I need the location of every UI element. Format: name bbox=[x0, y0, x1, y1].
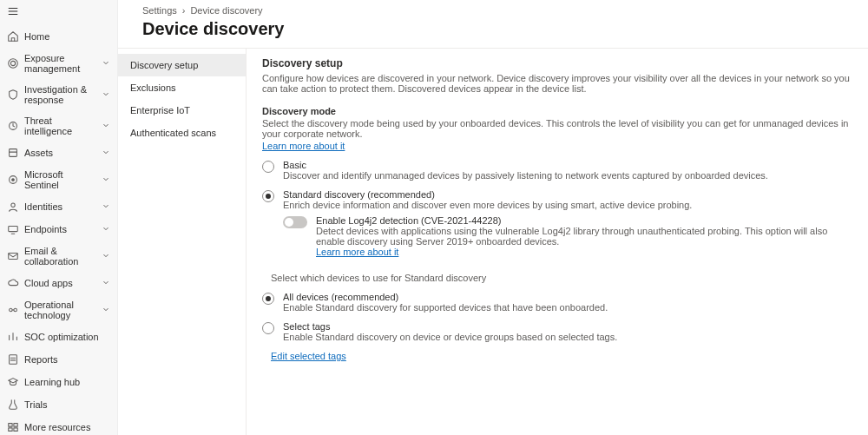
learning-icon bbox=[7, 376, 19, 388]
more-icon bbox=[7, 421, 19, 433]
chevron-down-icon bbox=[102, 174, 110, 186]
svg-rect-6 bbox=[10, 149, 17, 157]
sidebar-item-more-resources[interactable]: More resources bbox=[0, 416, 117, 435]
radio-icon bbox=[262, 293, 274, 305]
sidebar-item-email-collaboration[interactable]: Email & collaboration bbox=[0, 241, 117, 272]
sidebar-item-label: SOC optimization bbox=[24, 332, 110, 342]
radio-icon bbox=[262, 190, 274, 202]
radio-all-devices[interactable]: All devices (recommended) Enable Standar… bbox=[262, 292, 852, 313]
sidebar-item-threat-intelligence[interactable]: Threat intelligence bbox=[0, 110, 117, 142]
chevron-down-icon bbox=[102, 201, 110, 213]
radio-icon bbox=[262, 161, 274, 173]
sidebar-item-identities[interactable]: Identities bbox=[0, 195, 117, 218]
chevron-down-icon bbox=[102, 250, 110, 262]
localnav-authenticated-scans[interactable]: Authenticated scans bbox=[118, 122, 246, 144]
svg-rect-14 bbox=[10, 355, 17, 365]
local-nav: Discovery setupExclusionsEnterprise IoTA… bbox=[118, 49, 247, 435]
sidebar-item-label: Microsoft Sentinel bbox=[24, 169, 96, 190]
svg-rect-11 bbox=[9, 254, 18, 260]
sidebar-item-exposure-management[interactable]: Exposure management bbox=[0, 48, 117, 79]
exposure-icon bbox=[7, 57, 19, 69]
sidebar-item-assets[interactable]: Assets bbox=[0, 142, 117, 164]
breadcrumb: Settings › Device discovery bbox=[118, 0, 868, 16]
sidebar-item-label: Learning hub bbox=[24, 377, 110, 387]
learn-more-link[interactable]: Learn more about it bbox=[262, 141, 345, 151]
radio-all-label: All devices (recommended) bbox=[283, 292, 852, 302]
svg-point-9 bbox=[11, 203, 15, 207]
sidebar-item-label: Home bbox=[24, 31, 110, 42]
radio-basic-label: Basic bbox=[283, 160, 852, 170]
svg-point-3 bbox=[10, 61, 15, 65]
hamburger-menu[interactable] bbox=[0, 0, 117, 25]
breadcrumb-separator: › bbox=[182, 5, 186, 16]
log4j-toggle[interactable] bbox=[283, 216, 307, 228]
log4j-row: Enable Log4j2 detection (CVE-2021-44228)… bbox=[283, 215, 852, 257]
sidebar-item-soc-optimization[interactable]: SOC optimization bbox=[0, 326, 117, 348]
edit-tags-link[interactable]: Edit selected tags bbox=[271, 351, 346, 361]
sidebar-item-label: Reports bbox=[24, 354, 110, 365]
breadcrumb-settings[interactable]: Settings bbox=[142, 5, 177, 16]
log4j-learn-more-link[interactable]: Learn more about it bbox=[316, 247, 398, 257]
chevron-down-icon bbox=[102, 147, 110, 159]
radio-icon bbox=[262, 322, 274, 334]
shield-icon bbox=[7, 89, 19, 101]
ot-icon bbox=[7, 304, 19, 316]
chevron-down-icon bbox=[102, 89, 110, 101]
chevron-down-icon bbox=[102, 57, 110, 69]
sidebar-item-label: More resources bbox=[24, 422, 110, 432]
radio-all-desc: Enable Standard discovery for supported … bbox=[283, 302, 852, 313]
sidebar-item-label: Endpoints bbox=[24, 224, 96, 234]
sidebar-item-label: Email & collaboration bbox=[24, 246, 96, 267]
sidebar-item-microsoft-sentinel[interactable]: Microsoft Sentinel bbox=[0, 164, 117, 195]
assets-icon bbox=[7, 147, 19, 159]
sidebar-item-label: Trials bbox=[24, 399, 110, 410]
radio-standard-label: Standard discovery (recommended) bbox=[283, 189, 852, 200]
svg-rect-10 bbox=[9, 227, 18, 232]
sentinel-icon bbox=[7, 174, 19, 186]
trials-icon bbox=[7, 399, 19, 411]
sidebar-item-home[interactable]: Home bbox=[0, 25, 117, 48]
cloud-icon bbox=[7, 277, 19, 289]
discovery-mode-title: Discovery mode bbox=[262, 106, 852, 116]
breadcrumb-current: Device discovery bbox=[190, 5, 262, 16]
page-title: Device discovery bbox=[118, 16, 868, 48]
content: Discovery setupExclusionsEnterprise IoTA… bbox=[118, 48, 868, 435]
reports-icon bbox=[7, 353, 19, 366]
radio-standard[interactable]: Standard discovery (recommended) Enrich … bbox=[262, 189, 852, 257]
sidebar-item-learning-hub[interactable]: Learning hub bbox=[0, 371, 117, 393]
soc-icon bbox=[7, 331, 19, 343]
radio-basic-desc: Discover and identify unmanaged devices … bbox=[283, 170, 852, 181]
sidebar-item-label: Identities bbox=[24, 201, 96, 212]
settings-panel: Discovery setup Configure how devices ar… bbox=[247, 49, 868, 435]
sidebar-item-investigation-response[interactable]: Investigation & response bbox=[0, 79, 117, 110]
radio-standard-desc: Enrich device information and discover e… bbox=[283, 200, 852, 210]
sidebar-item-label: Exposure management bbox=[24, 53, 96, 74]
sidebar-item-label: Assets bbox=[24, 148, 96, 158]
svg-rect-15 bbox=[9, 424, 12, 427]
home-icon bbox=[7, 30, 19, 43]
localnav-discovery-setup[interactable]: Discovery setup bbox=[118, 54, 246, 76]
sidebar-item-operational-technology[interactable]: Operational technology bbox=[0, 294, 117, 326]
sidebar-item-cloud-apps[interactable]: Cloud apps bbox=[0, 272, 117, 294]
log4j-label: Enable Log4j2 detection (CVE-2021-44228) bbox=[316, 215, 852, 226]
chevron-down-icon bbox=[102, 120, 110, 132]
radio-basic[interactable]: Basic Discover and identify unmanaged de… bbox=[262, 160, 852, 181]
sidebar-item-trials[interactable]: Trials bbox=[0, 393, 117, 416]
panel-heading: Discovery setup bbox=[262, 57, 852, 69]
localnav-enterprise-iot[interactable]: Enterprise IoT bbox=[118, 99, 246, 122]
threat-icon bbox=[7, 120, 19, 132]
svg-rect-18 bbox=[14, 428, 17, 432]
sidebar-item-label: Investigation & response bbox=[24, 84, 96, 105]
svg-point-8 bbox=[12, 179, 15, 181]
endpoints-icon bbox=[7, 223, 19, 235]
radio-tags-desc: Enable Standard discovery on device or d… bbox=[283, 332, 852, 342]
svg-point-4 bbox=[9, 59, 18, 69]
sidebar-item-reports[interactable]: Reports bbox=[0, 348, 117, 371]
chevron-down-icon bbox=[102, 277, 110, 289]
sidebar-item-endpoints[interactable]: Endpoints bbox=[0, 218, 117, 241]
svg-rect-16 bbox=[14, 424, 17, 427]
log4j-desc: Detect devices with applications using t… bbox=[316, 226, 852, 247]
localnav-exclusions[interactable]: Exclusions bbox=[118, 76, 246, 99]
radio-select-tags[interactable]: Select tags Enable Standard discovery on… bbox=[262, 321, 852, 342]
svg-rect-17 bbox=[9, 428, 12, 432]
